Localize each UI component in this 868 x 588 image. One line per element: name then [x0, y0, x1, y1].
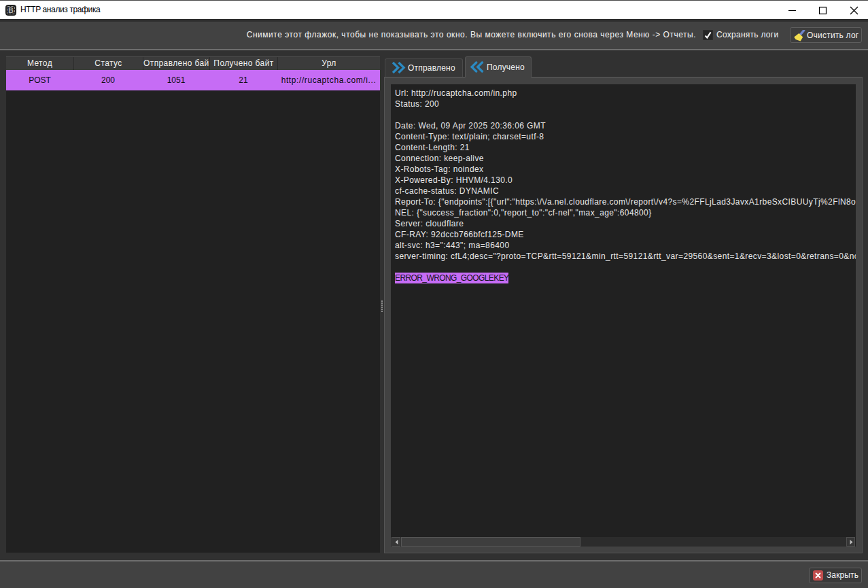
svg-text:B: B — [8, 6, 14, 14]
